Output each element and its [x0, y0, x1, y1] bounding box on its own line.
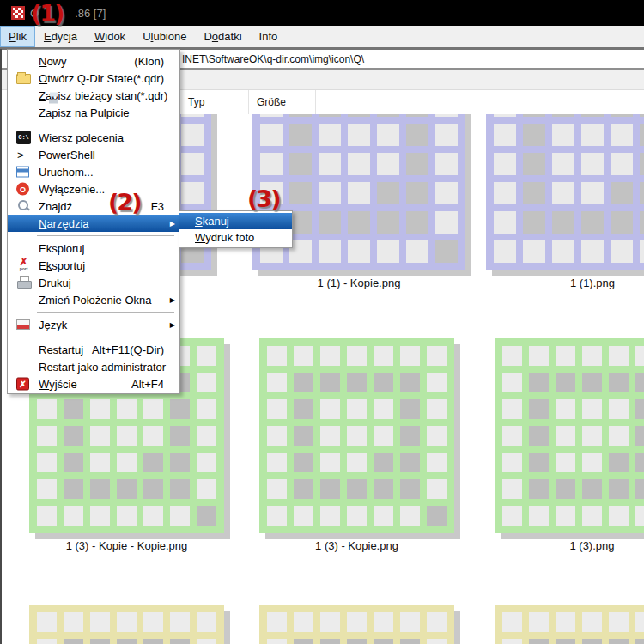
menu-separator: [37, 125, 174, 125]
submenu-item-skanuj[interactable]: Skanuj: [179, 213, 292, 229]
search-icon: [16, 199, 31, 213]
menu-item-label: Drukuj: [39, 276, 71, 289]
menu-item-label: PowerShell: [39, 149, 95, 161]
menu-item-eksportuj[interactable]: ✗portEksportuj: [8, 257, 179, 274]
file-name-label: 1 (3) - Kopie.png: [259, 539, 454, 552]
annotation-2: (2): [108, 189, 140, 216]
menu-item-label: Język: [39, 319, 67, 331]
menu-item-wyjscie[interactable]: ✗WyjścieAlt+F4: [8, 375, 179, 392]
menu-item-powershell[interactable]: >_PowerShell: [8, 146, 179, 163]
menu-item-restartuj[interactable]: RestartujAlt+F11(Q-Dir): [8, 341, 179, 358]
menu-item-label: Wyjście: [39, 378, 77, 391]
menu-separator: [37, 235, 174, 236]
menu-item-shortcut: (*.qdr): [133, 72, 173, 85]
menubar-item-dodatki[interactable]: Dodatki: [195, 26, 250, 47]
thumb-bottom-3[interactable]: [487, 597, 644, 644]
menubar: PlikEdycjaWidokUlubioneDodatkiInfo: [0, 26, 644, 47]
menu-item-shortcut: F3: [151, 200, 173, 213]
thumb-bottom-2[interactable]: [252, 597, 462, 644]
menu-item-eksploruj[interactable]: Eksploruj: [8, 240, 179, 257]
menu-item-label: Uruchom...: [39, 166, 94, 179]
flag-icon: [16, 319, 30, 330]
run-icon: [16, 167, 29, 178]
menu-item-label: Narzędzia: [39, 217, 89, 230]
menu-item-zmien-polozenie-okna[interactable]: Zmień Położenie Okna▶: [8, 291, 179, 308]
menu-separator: [37, 312, 174, 313]
export-icon: ✗port: [16, 258, 31, 272]
menu-item-drukuj[interactable]: Drukuj: [8, 274, 179, 291]
app-icon[interactable]: [11, 6, 25, 20]
file-name-label: 1 (3) - Kopie - Kopie.png: [29, 539, 224, 552]
menu-item-uruchom[interactable]: Uruchom...: [8, 163, 179, 180]
menu-item-label: Restartuj: [39, 343, 83, 356]
annotation-3: (3): [247, 185, 279, 212]
folder-icon: [16, 74, 31, 84]
menu-item-nowy[interactable]: Nowy(Klon): [8, 52, 179, 70]
menu-item-label: Eksploruj: [39, 242, 84, 255]
menu-separator: [37, 337, 174, 337]
thumbnail-image: [259, 338, 454, 533]
menu-item-shortcut: (*.qdr): [137, 89, 176, 102]
power-icon: O: [16, 183, 29, 196]
menu-item-otworz-q-dir-state[interactable]: Otwórz Q-Dir State(*.qdr): [8, 70, 179, 87]
menu-item-narzedzia[interactable]: Narzędzia▶: [8, 215, 179, 232]
submenu-item-wydruk-foto[interactable]: Wydruk foto: [179, 229, 292, 246]
menubar-item-widok[interactable]: Widok: [86, 26, 134, 47]
submenu-arrow-icon: ▶: [170, 220, 175, 228]
menu-item-shortcut: (Klon): [134, 55, 173, 68]
thumb-1-3[interactable]: 1 (3).png: [487, 331, 644, 560]
file-name-label: 1 (3).png: [495, 539, 644, 552]
file-name-label: 1 (1) - Kopie.png: [252, 276, 465, 289]
menubar-item-edycja[interactable]: Edycja: [35, 26, 86, 47]
menubar-item-info[interactable]: Info: [251, 26, 287, 47]
menu-item-wiersz-polecenia[interactable]: C:\Wiersz polecenia: [8, 129, 179, 146]
thumb-1-3-kopie[interactable]: 1 (3) - Kopie.png: [252, 331, 462, 560]
menu-item-restart-jako-administrator[interactable]: Restart jako administrator: [8, 358, 179, 375]
menu-item-label: Wyłączenie...: [39, 183, 105, 196]
thumbnail-image: [495, 605, 644, 644]
menu-item-jezyk[interactable]: Język▶: [8, 316, 179, 333]
print-icon: [16, 276, 31, 289]
menubar-item-plik[interactable]: Plik: [0, 26, 35, 47]
menu-item-label: Zapisz na Pulpicie: [39, 106, 130, 119]
column-header-typ[interactable]: Typ: [180, 90, 249, 114]
menu-item-wylaczenie[interactable]: OWyłączenie...: [8, 180, 179, 197]
submenu-arrow-icon: ▶: [170, 296, 175, 304]
menu-item-label: Zmień Położenie Okna: [39, 294, 152, 307]
menu-item-label: Skanuj: [195, 215, 229, 228]
menu-item-zapisz-na-pulpicie[interactable]: Zapisz na Pulpicie: [8, 104, 179, 121]
menu-item-label: Otwórz Q-Dir State: [39, 72, 133, 85]
thumbnail-image: [495, 338, 644, 533]
thumbnail-image: [29, 605, 224, 644]
menu-item-label: Eksportuj: [39, 259, 85, 272]
menu-item-label: Restart jako administrator: [39, 361, 166, 374]
submenu-arrow-icon: ▶: [170, 321, 175, 329]
menu-item-label: Nowy: [39, 55, 67, 68]
menu-item-zapisz-biezacy-stan[interactable]: Zapisz bieżący stan(*.qdr): [8, 87, 179, 104]
thumb-bottom-1[interactable]: [21, 597, 232, 644]
menu-item-label: Wiersz polecenia: [39, 131, 124, 144]
menu-item-shortcut: Alt+F4: [131, 378, 173, 391]
column-header-grosse[interactable]: Größe: [249, 90, 316, 114]
thumbnail-image: [259, 605, 454, 644]
window-left-border: [0, 49, 2, 644]
tools-submenu: SkanujWydruk foto: [179, 210, 293, 248]
annotation-1: (1): [31, 0, 63, 27]
exit-icon: ✗: [16, 378, 29, 391]
menu-item-shortcut: Alt+F11(Q-Dir): [92, 343, 173, 356]
file-name-label: 1 (1).png: [486, 276, 644, 289]
file-menu: Nowy(Klon)Otwórz Q-Dir State(*.qdr)Zapis…: [7, 49, 180, 394]
menu-item-label: Wydruk foto: [195, 231, 254, 244]
menu-item-znajdz[interactable]: ZnajdźF3: [8, 197, 179, 215]
menu-item-label: Znajdź: [39, 200, 72, 213]
titlebar: Q .86 [7]: [0, 0, 644, 26]
cmd-icon: C:\: [16, 131, 31, 144]
menubar-item-ulubione[interactable]: Ulubione: [134, 26, 195, 47]
powershell-icon: >_: [16, 148, 31, 161]
